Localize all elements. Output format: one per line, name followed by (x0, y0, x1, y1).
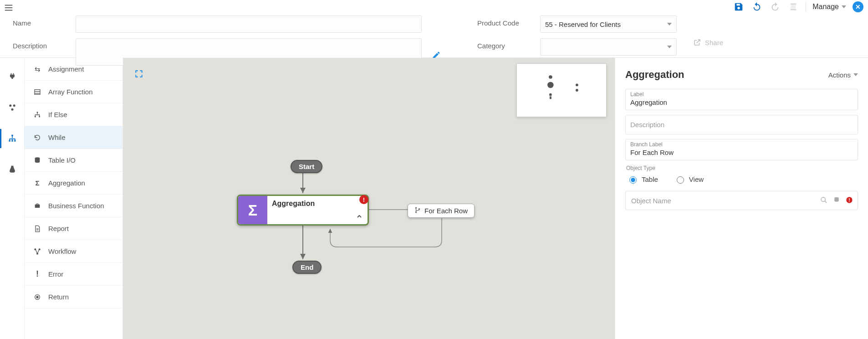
name-label: Name (13, 15, 67, 27)
rail-tab-data[interactable] (0, 100, 24, 115)
search-icon[interactable] (820, 196, 827, 205)
radio-table[interactable]: Table (627, 175, 658, 184)
sigma-icon: Σ (33, 179, 42, 187)
palette-item-aggregation[interactable]: Σ Aggregation (25, 172, 123, 195)
svg-point-27 (415, 207, 416, 208)
radio-table-label: Table (642, 175, 658, 183)
radio-table-input[interactable] (629, 176, 637, 184)
toolbar-divider (806, 2, 806, 12)
product-code-value: 55 - Reserved for Clients (545, 21, 621, 28)
target-icon (33, 293, 42, 301)
product-code-label: Product Code (477, 15, 532, 27)
aggregation-node[interactable]: Σ Aggregation ! (237, 195, 369, 226)
svg-point-28 (415, 212, 416, 213)
description-field[interactable]: Description (625, 115, 858, 134)
palette-label: Report (48, 225, 69, 232)
palette-label: Return (48, 293, 69, 301)
branch-node[interactable]: For Each Row (408, 204, 475, 218)
palette-item-report[interactable]: Report (25, 217, 123, 240)
save-icon[interactable] (733, 1, 745, 13)
palette-label: Workflow (48, 247, 76, 255)
close-button[interactable]: ✕ (853, 1, 863, 12)
svg-line-37 (825, 201, 827, 203)
label-field-input[interactable] (630, 98, 853, 106)
rail-tab-logic[interactable] (0, 131, 24, 146)
chevron-down-icon (853, 73, 858, 76)
fullscreen-icon[interactable] (135, 70, 143, 79)
label-field-label: Label (630, 91, 853, 98)
svg-point-30 (549, 75, 552, 79)
branch-label-field-label: Branch Label (630, 141, 853, 148)
palette-item-return[interactable]: Return (25, 286, 123, 308)
error-icon (846, 196, 853, 205)
object-name-field[interactable] (625, 191, 858, 210)
palette: ⇆ Assignment Array Function If Else Whil… (25, 58, 123, 339)
palette-label: Aggregation (48, 179, 85, 187)
error-badge-icon[interactable]: ! (359, 195, 368, 204)
manage-label: Manage (812, 3, 839, 11)
palette-item-if-else[interactable]: If Else (25, 103, 123, 126)
svg-rect-8 (11, 140, 13, 141)
branch-label: For Each Row (424, 207, 468, 215)
share-label: Share (705, 39, 723, 46)
object-type-radio-group: Table View (625, 175, 858, 184)
palette-item-while[interactable]: While (25, 126, 123, 149)
database-icon (33, 157, 42, 164)
category-select[interactable] (540, 38, 677, 56)
description-label: Description (13, 38, 67, 50)
palette-item-business-function[interactable]: Business Function (25, 195, 123, 217)
svg-rect-41 (849, 201, 849, 201)
palette-label: While (48, 134, 66, 141)
chevron-up-icon[interactable] (356, 213, 363, 221)
top-actions: Manage ✕ (733, 1, 863, 13)
palette-item-table-io[interactable]: Table I/O (25, 149, 123, 172)
swap-icon: ⇆ (33, 65, 42, 73)
menu-toggle-button[interactable] (4, 3, 14, 14)
palette-item-error[interactable]: ! Error (25, 263, 123, 286)
description-placeholder: Description (630, 121, 664, 128)
branch-label-field[interactable]: Branch Label (625, 139, 858, 160)
radio-view[interactable]: View (674, 175, 704, 184)
svg-rect-13 (37, 112, 38, 113)
palette-item-array-function[interactable]: Array Function (25, 81, 123, 103)
name-input[interactable] (76, 15, 422, 33)
svg-rect-7 (9, 140, 10, 141)
svg-point-34 (576, 84, 578, 87)
rail-tab-test[interactable] (0, 162, 24, 177)
manage-dropdown[interactable]: Manage (812, 3, 846, 11)
minimap[interactable] (516, 63, 607, 117)
object-name-input[interactable] (630, 196, 820, 205)
list-icon (33, 88, 42, 96)
workflow-icon (33, 248, 42, 255)
svg-point-35 (576, 89, 578, 92)
label-field[interactable]: Label (625, 89, 858, 110)
svg-point-5 (11, 108, 13, 111)
radio-view-input[interactable] (677, 176, 684, 184)
database-icon[interactable] (833, 196, 840, 205)
palette-item-workflow[interactable]: Workflow (25, 240, 123, 263)
svg-point-31 (547, 82, 554, 88)
rail (0, 58, 25, 339)
svg-point-32 (549, 93, 552, 96)
start-node[interactable]: Start (291, 160, 322, 173)
exclamation-icon: ! (33, 269, 42, 279)
end-node[interactable]: End (292, 261, 322, 274)
rail-tab-connectors[interactable] (0, 69, 24, 84)
palette-label: Assignment (48, 65, 84, 73)
svg-point-29 (419, 209, 419, 210)
actions-dropdown[interactable]: Actions (828, 71, 858, 79)
category-label: Category (477, 38, 532, 50)
loop-icon (33, 134, 42, 141)
canvas[interactable]: Start Σ Aggregation ! For Each Row End (123, 58, 615, 339)
svg-rect-9 (14, 140, 15, 141)
product-code-select[interactable]: 55 - Reserved for Clients (540, 15, 677, 33)
topbar: Manage ✕ Name Description Product Code (0, 0, 868, 58)
branch-label-input[interactable] (630, 148, 853, 156)
discard-icon (787, 1, 799, 13)
chevron-down-icon (667, 46, 672, 48)
git-branch-icon (414, 207, 421, 215)
svg-rect-10 (35, 89, 40, 94)
palette-label: Array Function (48, 88, 93, 96)
chevron-down-icon (842, 5, 846, 8)
undo-icon[interactable] (751, 1, 763, 13)
